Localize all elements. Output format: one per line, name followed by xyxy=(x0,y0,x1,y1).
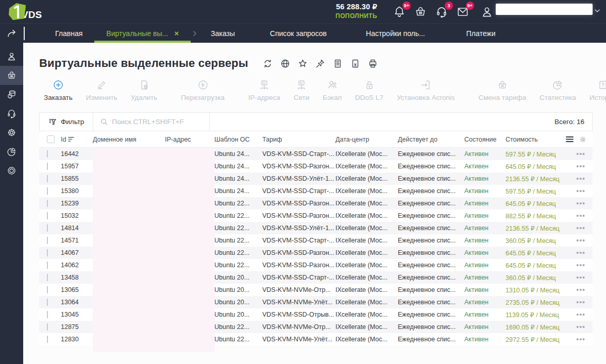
refresh-icon[interactable] xyxy=(263,59,273,68)
row-checkbox[interactable] xyxy=(47,249,48,256)
row-checkbox[interactable] xyxy=(47,262,48,269)
row-checkbox[interactable] xyxy=(47,163,48,170)
print-icon[interactable] xyxy=(368,59,378,68)
cart-button[interactable] xyxy=(413,4,428,20)
pin-icon[interactable] xyxy=(315,59,325,68)
select-all-checkbox[interactable] xyxy=(47,135,55,143)
column-header-domain[interactable]: Доменное имя xyxy=(93,136,165,143)
delete-button[interactable]: Удалить xyxy=(124,78,164,102)
column-header-tariff[interactable]: Тариф xyxy=(262,136,335,143)
column-header-state[interactable]: Состояние xyxy=(464,136,506,143)
notifications-button[interactable]: 9+ xyxy=(392,4,407,20)
log-icon[interactable] xyxy=(333,59,343,68)
tab-chevron-right-icon[interactable] xyxy=(192,30,198,37)
sidebar-item-billing[interactable] xyxy=(0,85,23,104)
globe-icon[interactable] xyxy=(280,59,290,68)
row-checkbox[interactable] xyxy=(47,237,48,244)
cell-state: Активен xyxy=(464,286,506,293)
row-menu-button[interactable]: ••• xyxy=(576,263,585,268)
column-header-id[interactable]: Id xyxy=(61,136,93,143)
statistics-button[interactable]: Статистика xyxy=(533,78,583,102)
mail-button[interactable]: 9+ xyxy=(455,4,470,20)
order-button[interactable]: Заказать xyxy=(37,78,79,102)
column-header-datacenter[interactable]: Дата-центр xyxy=(335,136,398,143)
row-menu-button[interactable]: ••• xyxy=(576,275,585,280)
networks-button[interactable]: Сети xyxy=(287,78,316,102)
row-checkbox[interactable] xyxy=(47,187,48,195)
cell-valid-until: Ежедневное спис... xyxy=(398,224,464,232)
row-checkbox[interactable] xyxy=(47,224,48,232)
cell-cost: 597.55 ₽ / Месяц xyxy=(506,150,563,158)
row-checkbox[interactable] xyxy=(47,311,48,318)
row-menu-button[interactable]: ••• xyxy=(576,300,585,305)
star-icon[interactable] xyxy=(298,59,308,68)
ip-addresses-button[interactable]: IP-адреса xyxy=(242,78,287,102)
tab-spisok-zaprosov[interactable]: Список запросов xyxy=(258,24,339,43)
cell-os: Ubuntu 24... xyxy=(214,163,262,170)
tab-zakazy[interactable]: Заказы xyxy=(199,24,247,43)
row-menu-button[interactable]: ••• xyxy=(576,164,585,169)
user-menu-chevron-down-icon[interactable] xyxy=(594,7,602,15)
row-checkbox[interactable] xyxy=(47,323,48,331)
row-menu-button[interactable]: ••• xyxy=(576,337,585,342)
column-header-ip[interactable]: IP-адрес xyxy=(165,136,214,143)
profile-button[interactable] xyxy=(479,4,495,20)
column-header-cost[interactable]: Стоимость xyxy=(506,136,563,143)
row-height-menu-icon[interactable] xyxy=(566,136,574,143)
edit-button[interactable]: Изменить xyxy=(79,78,124,102)
row-menu-button[interactable]: ••• xyxy=(576,188,585,194)
sidebar-item-statistics[interactable] xyxy=(0,142,23,161)
row-checkbox[interactable] xyxy=(47,274,48,281)
row-menu-button[interactable]: ••• xyxy=(576,312,585,317)
sidebar-item-account[interactable] xyxy=(0,47,23,66)
sidebar-item-support[interactable] xyxy=(0,104,23,123)
tab-platezhi[interactable]: Платежи xyxy=(454,24,508,43)
search-box[interactable] xyxy=(93,118,209,126)
search-input[interactable] xyxy=(112,118,202,126)
people-icon xyxy=(326,79,339,91)
row-checkbox[interactable] xyxy=(47,299,48,306)
row-menu-button[interactable]: ••• xyxy=(576,324,585,330)
ddos-l7-button[interactable]: DDoS L7 xyxy=(348,78,390,102)
tabs-redo-arrow-icon[interactable] xyxy=(7,29,21,38)
row-checkbox[interactable] xyxy=(47,175,48,182)
firstvds-logo[interactable]: st VDS xyxy=(8,3,42,21)
row-menu-button[interactable]: ••• xyxy=(576,250,585,255)
username-redacted-field[interactable] xyxy=(496,4,593,15)
sidebar-item-services[interactable] xyxy=(0,66,23,85)
row-checkbox[interactable] xyxy=(47,150,48,158)
cell-valid-until: Ежедневное спис... xyxy=(398,212,464,219)
sidebar-item-settings[interactable] xyxy=(0,123,23,142)
change-tariff-button[interactable]: Смена тарифа xyxy=(472,78,532,102)
row-checkbox[interactable] xyxy=(47,286,48,293)
tab-glavnaya[interactable]: Главная xyxy=(43,24,94,43)
support-button[interactable]: 3 xyxy=(434,4,449,20)
row-menu-button[interactable]: ••• xyxy=(576,213,585,218)
row-menu-button[interactable]: ••• xyxy=(576,238,585,243)
row-checkbox[interactable] xyxy=(47,336,48,343)
row-menu-button[interactable]: ••• xyxy=(576,201,585,206)
notifications-badge: 9+ xyxy=(402,2,411,10)
tab-close-icon[interactable]: × xyxy=(174,29,179,37)
row-menu-button[interactable]: ••• xyxy=(576,226,585,231)
history-button[interactable]: История xyxy=(583,78,606,102)
table-settings-gear-icon[interactable] xyxy=(579,136,586,143)
reboot-button[interactable]: Перезагрузка xyxy=(174,78,231,102)
backup-button[interactable]: Бэкап xyxy=(316,78,348,102)
column-header-valid-until[interactable]: Действует до xyxy=(398,136,464,143)
search-icon xyxy=(100,118,108,126)
row-checkbox[interactable] xyxy=(47,212,48,219)
install-acronis-button[interactable]: Установка Acronis xyxy=(390,78,462,102)
export-excel-icon[interactable] xyxy=(350,59,360,68)
table-panel: Фильтр Всего: 16 Id Доменное имя IP-адре… xyxy=(39,112,593,345)
tab-nastroyki[interactable]: Настройки поль... xyxy=(354,24,437,43)
tab-virtual-servers[interactable]: Виртуальные вы... × xyxy=(94,24,191,43)
sidebar-item-monitoring[interactable] xyxy=(0,161,23,180)
row-menu-button[interactable]: ••• xyxy=(576,176,585,181)
topup-button[interactable]: ПОПОЛНИТЬ xyxy=(330,12,377,20)
column-header-os[interactable]: Шаблон ОС xyxy=(214,136,262,143)
row-menu-button[interactable]: ••• xyxy=(576,151,585,157)
row-menu-button[interactable]: ••• xyxy=(576,287,585,292)
filter-button[interactable]: Фильтр xyxy=(40,118,93,126)
row-checkbox[interactable] xyxy=(47,200,48,207)
